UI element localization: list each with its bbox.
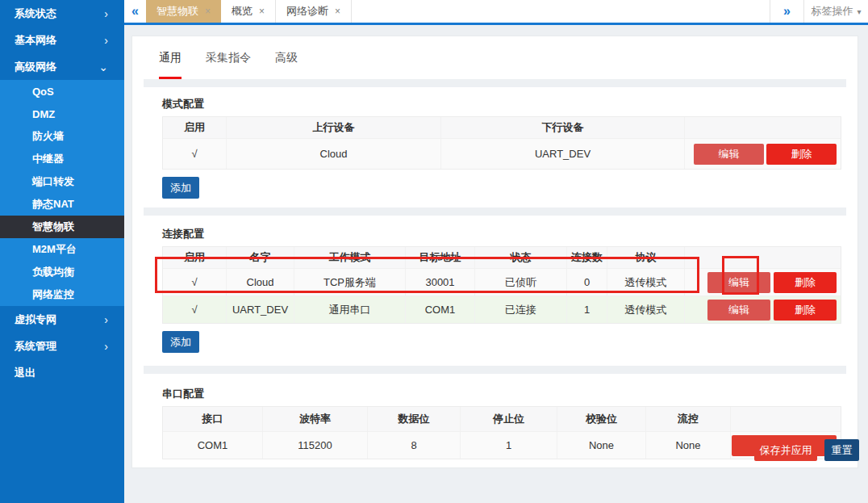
- cell-actions: 编辑 删除: [685, 269, 841, 296]
- cell-connection-count: 0: [567, 269, 607, 296]
- column-header: 数据位: [368, 407, 461, 431]
- reset-button[interactable]: 重置: [824, 439, 859, 461]
- column-header-actions: [731, 407, 841, 431]
- cell-enabled: √: [163, 296, 227, 323]
- column-header: 协议: [607, 247, 685, 268]
- connection-config-table: 启用 名字 工作模式 目标地址 状态 连接数 协议 √ Cloud TCP服务端…: [162, 246, 841, 324]
- tab-label: 概览: [232, 4, 252, 19]
- double-chevron-right-icon: »: [783, 4, 791, 19]
- table-row-cloud: √ Cloud TCP服务端 30001 已侦听 0 透传模式 编辑 删除: [163, 268, 841, 296]
- cell-actions: 编辑 删除: [685, 296, 841, 323]
- sidebar-item-system-management[interactable]: 系统管理 ›: [0, 333, 124, 359]
- column-header: 名字: [227, 247, 294, 268]
- chevron-right-icon: ›: [104, 313, 108, 326]
- column-header: 目标地址: [406, 247, 475, 268]
- column-header-actions: [685, 247, 841, 268]
- scroll-tabs-right-button[interactable]: »: [770, 0, 803, 23]
- tab-smart-iot[interactable]: 智慧物联 ×: [146, 0, 221, 23]
- sidebar: 系统状态 › 基本网络 › 高级网络 ⌄ QoS DMZ 防火墙 中继器 端口转…: [0, 0, 124, 503]
- cell-uplink-device: Cloud: [227, 139, 441, 169]
- column-header: 下行设备: [441, 117, 685, 138]
- column-header: 波特率: [263, 407, 368, 431]
- cell-protocol: 透传模式: [607, 296, 685, 323]
- sidebar-item-m2m-platform[interactable]: M2M平台: [0, 238, 124, 261]
- cell-flow-control: None: [646, 432, 731, 459]
- sidebar-item-static-nat[interactable]: 静态NAT: [0, 193, 124, 216]
- connection-config-section: 连接配置 启用 名字 工作模式 目标地址 状态 连接数 协议 √ Cloud T…: [132, 216, 858, 366]
- column-header: 流控: [646, 407, 731, 431]
- sidebar-item-label: 虚拟专网: [15, 312, 56, 327]
- sidebar-item-basic-network[interactable]: 基本网络 ›: [0, 27, 124, 53]
- sidebar-item-vpn[interactable]: 虚拟专网 ›: [0, 306, 124, 333]
- delete-button[interactable]: 删除: [774, 300, 837, 321]
- tab-advanced[interactable]: 高级: [275, 51, 298, 79]
- tab-general[interactable]: 通用: [159, 51, 182, 79]
- sidebar-item-dmz[interactable]: DMZ: [0, 103, 124, 125]
- sidebar-item-system-status[interactable]: 系统状态 ›: [0, 0, 124, 27]
- cell-target-address: 30001: [406, 269, 475, 296]
- add-button[interactable]: 添加: [162, 331, 199, 353]
- sidebar-item-advanced-network[interactable]: 高级网络 ⌄: [0, 53, 124, 80]
- double-chevron-left-icon: «: [131, 4, 139, 19]
- sidebar-item-label: 系统状态: [15, 6, 56, 21]
- footer-actions: 保存并应用 重置: [754, 439, 859, 461]
- section-divider: [144, 79, 846, 87]
- advanced-network-submenu: QoS DMZ 防火墙 中继器 端口转发 静态NAT 智慧物联 M2M平台 负载…: [0, 80, 124, 306]
- scroll-tabs-left-button[interactable]: «: [124, 0, 146, 23]
- tab-label: 网络诊断: [286, 4, 328, 19]
- column-header: 状态: [475, 247, 567, 268]
- cell-data-bits: 8: [368, 432, 461, 459]
- tab-collect-commands[interactable]: 采集指令: [206, 51, 251, 79]
- sidebar-item-firewall[interactable]: 防火墙: [0, 125, 124, 148]
- column-header: 停止位: [461, 407, 557, 431]
- edit-button[interactable]: 编辑: [694, 144, 764, 165]
- sidebar-item-repeater[interactable]: 中继器: [0, 148, 124, 170]
- sidebar-item-load-balance[interactable]: 负载均衡: [0, 261, 124, 283]
- delete-button[interactable]: 删除: [774, 272, 837, 293]
- chevron-right-icon: ›: [104, 34, 108, 47]
- cell-status: 已侦听: [475, 269, 567, 296]
- save-and-apply-button[interactable]: 保存并应用: [754, 439, 817, 461]
- column-header: 校验位: [557, 407, 646, 431]
- table-header-row: 启用 上行设备 下行设备: [163, 117, 841, 138]
- page-tab-bar: « 智慧物联 × 概览 × 网络诊断 × » 标签操作 ▾: [124, 0, 868, 25]
- cell-parity: None: [557, 432, 646, 459]
- close-icon[interactable]: ×: [205, 6, 211, 17]
- table-row-com1: COM1 115200 8 1 None None 编辑: [163, 431, 841, 459]
- sidebar-item-label: 系统管理: [15, 339, 56, 354]
- table-header-row: 接口 波特率 数据位 停止位 校验位 流控: [163, 407, 841, 431]
- sidebar-item-logout[interactable]: 退出: [0, 359, 124, 386]
- sidebar-item-label: 退出: [15, 366, 35, 380]
- close-icon[interactable]: ×: [335, 6, 340, 17]
- tab-label: 智慧物联: [156, 4, 198, 19]
- mode-config-section: 模式配置 启用 上行设备 下行设备 √ Cloud UART_DEV 编辑 删除: [132, 87, 858, 207]
- table-row: √ Cloud UART_DEV 编辑 删除: [163, 138, 841, 169]
- section-title-serial-config: 串口配置: [162, 387, 858, 401]
- tab-network-diagnosis[interactable]: 网络诊断 ×: [276, 0, 352, 23]
- add-button[interactable]: 添加: [162, 177, 199, 199]
- cell-downlink-device: UART_DEV: [441, 139, 685, 169]
- mode-config-table: 启用 上行设备 下行设备 √ Cloud UART_DEV 编辑 删除: [162, 116, 841, 170]
- section-title-mode-config: 模式配置: [162, 97, 858, 111]
- column-header: 接口: [163, 407, 263, 431]
- column-header: 上行设备: [227, 117, 441, 138]
- cell-interface: COM1: [163, 432, 263, 459]
- sidebar-item-network-monitor[interactable]: 网络监控: [0, 283, 124, 306]
- chevron-down-icon: ⌄: [98, 61, 108, 73]
- edit-button[interactable]: 编辑: [707, 300, 770, 321]
- delete-button[interactable]: 删除: [766, 144, 837, 165]
- tab-operations-label: 标签操作: [811, 4, 853, 19]
- tab-operations-dropdown[interactable]: 标签操作 ▾: [803, 0, 868, 23]
- cell-target-address: COM1: [406, 296, 475, 323]
- edit-button[interactable]: 编辑: [707, 272, 770, 293]
- column-header: 连接数: [567, 247, 607, 268]
- tab-bar-spacer: [352, 0, 770, 23]
- sidebar-item-qos[interactable]: QoS: [0, 80, 124, 103]
- tab-overview[interactable]: 概览 ×: [221, 0, 276, 23]
- sidebar-item-port-forwarding[interactable]: 端口转发: [0, 170, 124, 193]
- column-header-actions: [685, 117, 841, 138]
- caret-down-icon: ▾: [857, 7, 861, 16]
- close-icon[interactable]: ×: [259, 6, 265, 17]
- chevron-right-icon: ›: [104, 7, 108, 20]
- sidebar-item-smart-iot-selected[interactable]: 智慧物联: [0, 216, 124, 238]
